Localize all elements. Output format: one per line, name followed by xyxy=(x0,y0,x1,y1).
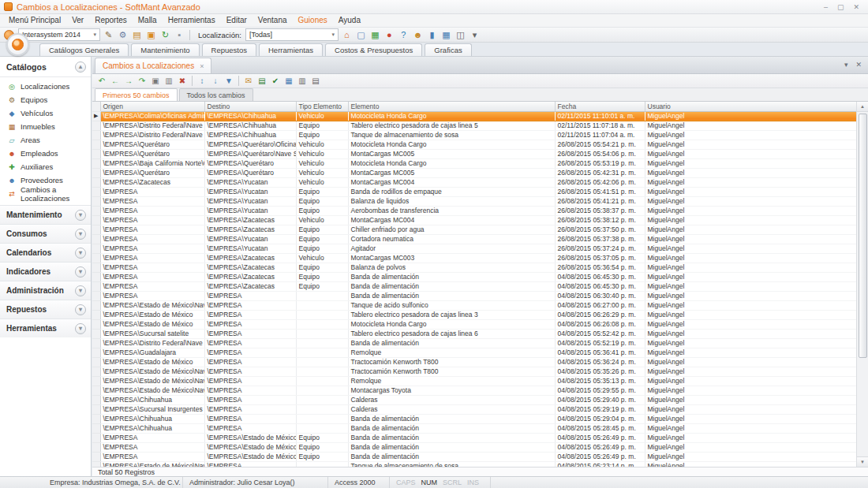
table-row[interactable]: ▶\EMPRESA\Colima\Oficinas Administrativa… xyxy=(92,111,856,121)
menu-malla[interactable]: Malla xyxy=(133,14,163,27)
sidebar-section-calendarios[interactable]: Calendarios▾ xyxy=(0,243,91,262)
table-row[interactable]: \EMPRESA\Estado de México\EMPRESAMotocic… xyxy=(92,319,856,329)
table-row[interactable]: \EMPRESA\EMPRESABanda de alimentación04/… xyxy=(92,291,856,300)
scroll-down-icon[interactable]: ▼ xyxy=(857,456,868,467)
view-tab-todos-los-cambios[interactable]: Todos los cambios xyxy=(179,88,253,101)
column-header-tipo-elemento[interactable]: Tipo Elemento xyxy=(296,102,348,111)
nav-first-icon[interactable]: ↶ xyxy=(95,75,108,87)
tab-close-icon[interactable]: × xyxy=(200,62,204,70)
building-icon[interactable]: ▦ xyxy=(7,123,17,131)
table-row[interactable]: \EMPRESA\EMPRESA\YucatanEquipoCortadora … xyxy=(92,234,856,244)
column-header-elemento[interactable]: Elemento xyxy=(348,102,555,111)
table-row[interactable]: \EMPRESA\EMPRESA\Estado de México\N...Eq… xyxy=(92,433,856,442)
table-row[interactable]: \EMPRESA\Estado de México\Nave produ...\… xyxy=(92,461,856,467)
table-row[interactable]: \EMPRESA\Chihuahua\EMPRESACalderas04/08/… xyxy=(92,395,856,404)
menu-reportes[interactable]: Reportes xyxy=(89,14,133,27)
chevron-down-icon[interactable]: ▾ xyxy=(75,323,86,334)
sidebar-item-vehiculos[interactable]: ◆Vehículos xyxy=(0,106,91,120)
table-row[interactable]: \EMPRESA\Sucursal satelite\EMPRESATabler… xyxy=(92,329,856,338)
nav-next-icon[interactable]: → xyxy=(122,75,135,87)
table-row[interactable]: \EMPRESA\EMPRESA\ZacatecasEquipoBalanza … xyxy=(92,263,856,272)
table-row[interactable]: \EMPRESA\Estado de México\EMPRESATractoc… xyxy=(92,357,856,367)
export-icon[interactable]: ▣ xyxy=(144,28,158,42)
sidebar-section-indicadores[interactable]: Indicadores▾ xyxy=(0,262,91,281)
table-row[interactable]: \EMPRESA\EMPRESA\ZacatecasVehiculoMontaC… xyxy=(92,253,856,263)
supplier-icon[interactable]: ☻ xyxy=(7,177,17,184)
ribbon-tab-herramientas[interactable]: Herramientas xyxy=(259,43,323,56)
table-row[interactable]: \EMPRESA\EMPRESA\ZacatecasEquipoBanda de… xyxy=(92,272,856,281)
ribbon-tab-costos-presupuestos[interactable]: Costos & Presupuestos xyxy=(325,43,422,56)
minimize-button[interactable]: – xyxy=(824,3,828,11)
table-row[interactable]: \EMPRESA\EMPRESA\Estado de México\N...Eq… xyxy=(92,442,856,452)
localizacion-combo[interactable]: [Todas] xyxy=(245,28,339,41)
confirm-icon[interactable]: ✔ xyxy=(269,75,282,87)
profile-combo[interactable]: Interasystem 2014 xyxy=(18,28,100,41)
table-row[interactable]: \EMPRESA\Chihuahua\EMPRESABanda de alime… xyxy=(92,414,856,423)
chevron-up-icon[interactable]: ▴ xyxy=(75,61,86,73)
users-icon[interactable]: ☻ xyxy=(411,28,425,42)
print-icon[interactable]: ▤ xyxy=(130,28,144,42)
table-row[interactable]: \EMPRESA\EMPRESA\ZacatecasVehiculoMontaC… xyxy=(92,215,856,225)
close-button[interactable]: ✕ xyxy=(853,3,859,11)
sort-desc-icon[interactable]: ↓ xyxy=(209,75,222,87)
chevron-down-icon[interactable]: ▾ xyxy=(75,229,86,240)
refresh-icon[interactable]: ↻ xyxy=(159,28,172,42)
table-row[interactable]: \EMPRESA\Chihuahua\EMPRESABanda de alime… xyxy=(92,423,856,433)
table-row[interactable]: \EMPRESA\Estado de México\Nave produ...\… xyxy=(92,376,856,386)
table-row[interactable]: \EMPRESA\Zacatecas\EMPRESA\YucatanVehicu… xyxy=(92,177,856,187)
table-row[interactable]: \EMPRESA\Sucursal Insurgentes\EMPRESACal… xyxy=(92,404,856,414)
save-icon[interactable]: ✎ xyxy=(102,28,115,42)
table-row[interactable]: \EMPRESA\EMPRESA\Estado de México\N...Eq… xyxy=(92,452,856,461)
chevron-down-icon[interactable]: ▾ xyxy=(75,304,86,315)
area-icon[interactable]: ▱ xyxy=(7,136,17,144)
column-header-usuario[interactable]: Usuario xyxy=(645,102,856,111)
chart-icon[interactable]: ▮ xyxy=(425,28,439,42)
scrollbar-thumb[interactable] xyxy=(859,114,867,358)
menu-ayuda[interactable]: Ayuda xyxy=(333,14,366,27)
table-row[interactable]: \EMPRESA\Querétaro\EMPRESA\Querétaro\Nav… xyxy=(92,149,856,158)
table-row[interactable]: \EMPRESA\Estado de México\Nave produ...\… xyxy=(92,300,856,310)
calendar-icon[interactable]: ▦ xyxy=(282,75,295,87)
sidebar-section-herramientas[interactable]: Herramientas▾ xyxy=(0,319,91,337)
table-row[interactable]: \EMPRESA\EMPRESA\YucatanEquipoAgitador26… xyxy=(92,244,856,253)
grid-view-icon[interactable]: ▥ xyxy=(296,75,309,87)
nav-last-icon[interactable]: ↷ xyxy=(136,75,148,87)
email-icon[interactable]: ✉ xyxy=(242,75,255,87)
auxiliary-icon[interactable]: ✚ xyxy=(7,163,17,171)
help-icon[interactable]: ? xyxy=(397,28,410,42)
app-logo[interactable] xyxy=(6,33,29,56)
sidebar-item-inmuebles[interactable]: ▦Inmuebles xyxy=(0,120,91,133)
vehicle-icon[interactable]: ◆ xyxy=(7,110,17,117)
home-icon[interactable]: ⌂ xyxy=(340,28,354,42)
chevron-down-icon[interactable]: ▾ xyxy=(75,266,86,278)
view-tab-primeros-50-cambios[interactable]: Primeros 50 cambios xyxy=(95,88,178,101)
sort-asc-icon[interactable]: ↕ xyxy=(196,75,208,87)
table-row[interactable]: \EMPRESA\Querétaro\EMPRESA\Querétaro\Ofi… xyxy=(92,140,856,149)
scroll-up-icon[interactable]: ▲ xyxy=(857,102,868,112)
windows-icon[interactable]: ◫ xyxy=(454,28,467,42)
table-row[interactable]: \EMPRESA\EMPRESA\ZacatecasEquipoBanda de… xyxy=(92,281,856,291)
column-header-destino[interactable]: Destino xyxy=(204,102,296,111)
chevron-down-icon[interactable]: ▾ xyxy=(75,285,86,296)
column-header-origen[interactable]: Origen xyxy=(100,102,204,111)
table-row[interactable]: \EMPRESA\Distrito Federal\Nave Distrito … xyxy=(92,121,856,130)
menu-ver[interactable]: Ver xyxy=(66,14,89,27)
sidebar-header-catalogos[interactable]: Catálogos ▴ xyxy=(0,57,91,77)
vertical-scrollbar[interactable]: ▲ ▼ xyxy=(856,102,868,467)
table-row[interactable]: \EMPRESA\Estado de México\EMPRESATablero… xyxy=(92,310,856,319)
table-row[interactable]: \EMPRESA\Distrito Federal\Nave Distrito … xyxy=(92,130,856,140)
table-icon[interactable]: ▦ xyxy=(369,28,382,42)
excel-export-icon[interactable]: ▤ xyxy=(256,75,268,87)
nav-prev-icon[interactable]: ← xyxy=(109,75,122,87)
menu-menu-principal[interactable]: Menú Principal xyxy=(3,14,66,27)
print-icon[interactable]: ▤ xyxy=(309,75,322,87)
table-row[interactable]: \EMPRESA\EMPRESA\YucatanEquipoAerobombas… xyxy=(92,206,856,215)
sidebar-item-equipos[interactable]: ⚙Equipos xyxy=(0,93,91,106)
table-row[interactable]: \EMPRESA\Distrito Federal\Nave Distrito … xyxy=(92,338,856,348)
security-icon[interactable]: ▪ xyxy=(173,28,186,42)
ribbon-tab-mantenimiento[interactable]: Mantenimiento xyxy=(131,43,199,56)
location-icon[interactable]: ◎ xyxy=(7,83,17,91)
ribbon-tab-graficas[interactable]: Graficas xyxy=(425,43,471,56)
table-row[interactable]: \EMPRESA\Guadalajara\EMPRESARemolque04/0… xyxy=(92,348,856,357)
window-icon[interactable]: ▢ xyxy=(354,28,368,42)
